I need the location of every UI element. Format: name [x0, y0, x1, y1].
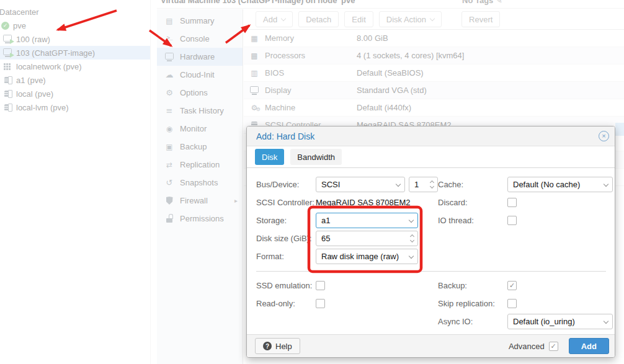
cache-label: Cache:	[438, 175, 507, 193]
dialog-body: Bus/Device: SCSI 1 Cache: Default (No ca…	[247, 168, 615, 331]
disk-size-field: 65	[316, 229, 438, 247]
discard-checkbox[interactable]	[507, 198, 517, 207]
read-only-label: Read-only:	[256, 295, 316, 313]
disk-form-grid: Bus/Device: SCSI 1 Cache: Default (No ca…	[256, 175, 607, 265]
help-button[interactable]: ? Help	[255, 338, 300, 354]
cache-select[interactable]: Default (No cache)	[507, 177, 613, 192]
bus-device-label: Bus/Device:	[256, 175, 316, 193]
tab-disk[interactable]: Disk	[255, 149, 284, 165]
async-io-field: Default (io_uring)	[507, 313, 613, 331]
add-hard-disk-dialog: Add: Hard Disk × Disk Bandwidth Bus/Devi…	[246, 126, 615, 358]
io-thread-checkbox[interactable]	[507, 216, 517, 225]
chevron-down-icon	[604, 182, 608, 187]
bus-device-number-stepper[interactable]: 1	[409, 177, 438, 192]
dialog-tab-bar: Disk Bandwidth	[247, 146, 615, 168]
read-only-checkbox[interactable]	[316, 299, 325, 308]
chevron-down-icon	[409, 218, 414, 223]
format-label: Format:	[256, 247, 316, 265]
dialog-title: Add: Hard Disk	[256, 131, 599, 141]
async-io-select[interactable]: Default (io_uring)	[507, 314, 613, 329]
io-thread-label: IO thread:	[438, 211, 507, 229]
advanced-form-grid: SSD emulation: Backup: Read-only: Skip r…	[256, 277, 607, 331]
dialog-header[interactable]: Add: Hard Disk ×	[247, 127, 615, 146]
tab-bandwidth[interactable]: Bandwidth	[290, 149, 342, 165]
ssd-emulation-checkbox[interactable]	[316, 281, 325, 290]
chevron-down-icon	[604, 319, 608, 324]
scsi-controller-label: SCSI Controller:	[256, 193, 316, 211]
spinner-down-icon[interactable]	[410, 238, 414, 242]
storage-label: Storage:	[256, 211, 316, 229]
discard-label: Discard:	[438, 193, 507, 211]
disk-size-stepper[interactable]: 65	[316, 231, 418, 246]
help-icon: ?	[263, 342, 272, 350]
cache-field: Default (No cache)	[507, 175, 613, 193]
add-submit-button[interactable]: Add	[569, 338, 609, 354]
storage-field: a1	[316, 211, 438, 229]
skip-replication-label: Skip replication:	[438, 295, 507, 313]
scsi-controller-value: MegaRAID SAS 8708EM2	[316, 193, 438, 211]
skip-replication-checkbox[interactable]	[507, 299, 517, 308]
form-divider	[256, 271, 606, 272]
async-io-label: Async IO:	[438, 313, 507, 331]
advanced-checkbox[interactable]	[549, 342, 558, 351]
chevron-down-icon	[409, 254, 414, 259]
ssd-emulation-label: SSD emulation:	[256, 277, 316, 295]
dialog-footer: ? Help Advanced Add	[247, 334, 615, 357]
backup-label: Backup:	[438, 277, 507, 295]
bus-device-select[interactable]: SCSI	[316, 177, 405, 192]
close-icon[interactable]: ×	[599, 131, 609, 141]
chevron-down-icon	[396, 182, 401, 187]
spinner-down-icon[interactable]	[430, 184, 434, 189]
bus-device-field: SCSI 1	[316, 175, 438, 193]
format-field: Raw disk image (raw)	[316, 247, 438, 265]
backup-checkbox[interactable]	[507, 281, 517, 290]
disk-size-label: Disk size (GiB):	[256, 229, 316, 247]
storage-select[interactable]: a1	[316, 213, 418, 228]
format-select[interactable]: Raw disk image (raw)	[316, 249, 418, 264]
advanced-label: Advanced	[509, 342, 545, 351]
